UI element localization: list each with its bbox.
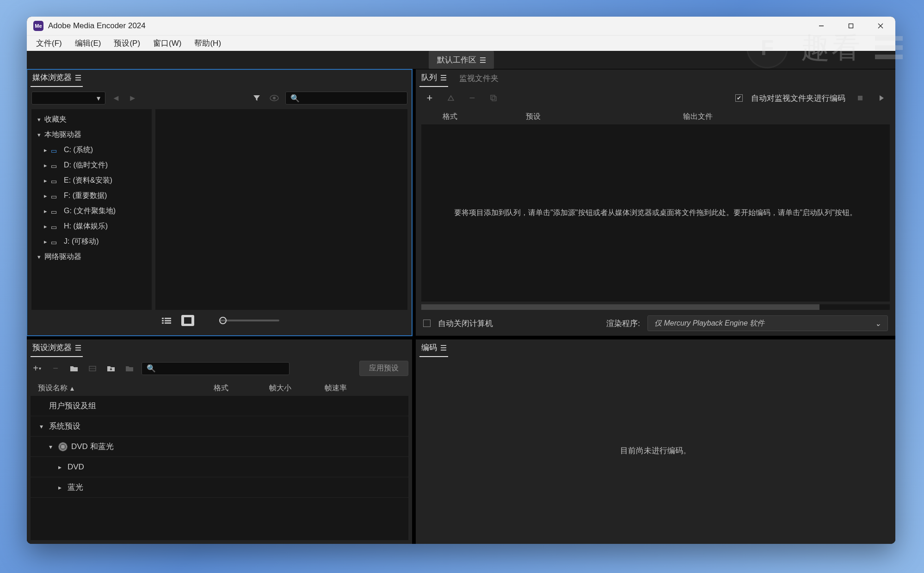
menu-edit[interactable]: 编辑(E) xyxy=(68,36,108,51)
queue-footer: 自动关闭计算机 渲染程序: 仅 Mercury Playback Engine … xyxy=(419,315,892,336)
mb-footer xyxy=(31,310,407,331)
app-window: Me Adobe Media Encoder 2024 文件(F) 编辑(E) … xyxy=(27,17,895,544)
filter-icon[interactable] xyxy=(250,92,263,105)
thumbnail-size-slider[interactable] xyxy=(219,320,279,321)
col-format[interactable]: 格式 xyxy=(214,383,269,393)
thumbnail-view-icon[interactable] xyxy=(181,315,194,326)
delete-preset-button[interactable]: − xyxy=(49,362,62,375)
splitter-horizontal-right[interactable] xyxy=(416,336,895,339)
tab-encoding[interactable]: 编码 xyxy=(419,339,448,357)
tree-local-drives[interactable]: ▾本地驱动器 xyxy=(31,127,152,142)
tree-drive-j[interactable]: ▸▭J: (可移动) xyxy=(31,234,152,249)
tree-drive-f[interactable]: ▸▭F: (重要数据) xyxy=(31,188,152,203)
queue-scrollbar[interactable] xyxy=(421,304,890,310)
col-frame-rate[interactable]: 帧速率 xyxy=(325,383,380,393)
mb-tree[interactable]: ▾收藏夹 ▾本地驱动器 ▸▭C: (系统) ▸▭D: (临时文件) ▸▭E: (… xyxy=(31,109,152,310)
hamburger-icon[interactable] xyxy=(75,345,81,351)
nav-back-icon[interactable]: ◄ xyxy=(110,93,122,103)
pb-user-presets[interactable]: 用户预设及组 xyxy=(31,396,408,416)
titlebar[interactable]: Me Adobe Media Encoder 2024 xyxy=(27,17,895,35)
preset-settings-button[interactable] xyxy=(86,362,99,375)
svg-rect-9 xyxy=(165,320,171,321)
pb-dvd-bluray[interactable]: ▾DVD 和蓝光 xyxy=(31,437,408,457)
queue-drop-area[interactable]: 要将项目添加到队列，请单击"添加源"按钮或者从媒体浏览器或桌面将文件拖到此处。要… xyxy=(421,124,890,302)
mb-search-input[interactable]: 🔍 xyxy=(285,92,407,105)
pb-dvd[interactable]: ▸DVD xyxy=(31,457,408,477)
disc-icon xyxy=(58,442,68,451)
splitter-horizontal-left[interactable] xyxy=(27,336,412,339)
hamburger-icon[interactable] xyxy=(441,345,446,351)
menubar: 文件(F) 编辑(E) 预设(P) 窗口(W) 帮助(H) xyxy=(27,35,895,51)
panel-encoding: 编码 目前尚未进行编码。 xyxy=(416,339,895,544)
tree-network-drives[interactable]: ▾网络驱动器 xyxy=(31,249,152,265)
queue-toolbar: + − 自动对监视文件夹进行编码 xyxy=(419,89,892,109)
new-preset-button[interactable]: +▾ xyxy=(31,362,43,375)
drive-icon: ▭ xyxy=(51,178,61,184)
search-icon: 🔍 xyxy=(147,364,156,373)
nav-forward-icon[interactable]: ► xyxy=(127,93,139,103)
mb-toolbar: ▾ ◄ ► 🔍 xyxy=(31,92,407,105)
renderer-select[interactable]: 仅 Mercury Playback Engine 软件 ⌄ xyxy=(647,315,888,331)
auto-encode-label: 自动对监视文件夹进行编码 xyxy=(751,93,845,104)
minimize-button[interactable] xyxy=(807,17,836,35)
stop-queue-button[interactable] xyxy=(854,92,867,105)
drive-icon: ▭ xyxy=(51,193,61,199)
tab-watch-folders[interactable]: 监视文件夹 xyxy=(457,70,500,87)
hamburger-icon[interactable] xyxy=(441,75,446,80)
tab-queue[interactable]: 队列 xyxy=(419,69,448,87)
import-preset-button[interactable] xyxy=(105,362,117,375)
pb-tree[interactable]: 用户预设及组 ▾系统预设 ▾DVD 和蓝光 ▸DVD ▸蓝光 xyxy=(31,396,408,540)
col-preset: 预设 xyxy=(526,112,683,122)
drive-icon: ▭ xyxy=(51,239,61,245)
svg-rect-15 xyxy=(858,96,862,100)
close-button[interactable] xyxy=(866,17,895,35)
menu-window[interactable]: 窗口(W) xyxy=(147,36,188,51)
export-preset-button[interactable] xyxy=(123,362,136,375)
workspace-label: 默认工作区 xyxy=(437,55,476,65)
mb-preview xyxy=(155,109,407,310)
hamburger-icon xyxy=(480,57,486,63)
tree-drive-d[interactable]: ▸▭D: (临时文件) xyxy=(31,158,152,173)
col-frame-size[interactable]: 帧大小 xyxy=(269,383,325,393)
search-icon: 🔍 xyxy=(290,94,300,103)
mb-path-select[interactable]: ▾ xyxy=(31,92,105,105)
workspace-tab-default[interactable]: 默认工作区 xyxy=(429,51,494,69)
app-icon: Me xyxy=(33,21,43,31)
add-output-button[interactable] xyxy=(444,92,457,105)
start-queue-button[interactable] xyxy=(875,92,888,105)
auto-shutdown-checkbox[interactable] xyxy=(423,320,431,327)
pb-toolbar: +▾ − 🔍 应用预设 xyxy=(31,361,408,376)
col-output: 输出文件 xyxy=(683,112,869,122)
maximize-button[interactable] xyxy=(836,17,866,35)
col-preset-name[interactable]: 预设名称 ▴ xyxy=(38,383,214,393)
tree-drive-e[interactable]: ▸▭E: (资料&安装) xyxy=(31,173,152,188)
tab-preset-browser[interactable]: 预设浏览器 xyxy=(31,339,83,357)
menu-file[interactable]: 文件(F) xyxy=(30,36,68,51)
add-source-button[interactable]: + xyxy=(423,92,436,105)
pb-search-input[interactable]: 🔍 xyxy=(142,362,290,375)
auto-encode-checkbox[interactable] xyxy=(735,94,743,102)
pb-system-presets[interactable]: ▾系统预设 xyxy=(31,416,408,437)
hamburger-icon[interactable] xyxy=(75,75,81,80)
splitter-vertical[interactable] xyxy=(412,69,416,544)
tree-drive-g[interactable]: ▸▭G: (文件聚集地) xyxy=(31,203,152,219)
svg-rect-10 xyxy=(162,322,164,324)
pb-bluray[interactable]: ▸蓝光 xyxy=(31,477,408,498)
drive-icon: ▭ xyxy=(51,208,61,215)
workspace-bar: 默认工作区 xyxy=(27,51,895,69)
remove-button[interactable]: − xyxy=(466,92,479,105)
tree-favorites[interactable]: ▾收藏夹 xyxy=(31,112,152,127)
tab-media-browser[interactable]: 媒体浏览器 xyxy=(31,69,83,87)
renderer-label: 渲染程序: xyxy=(606,318,640,329)
ingest-icon[interactable] xyxy=(268,92,281,105)
duplicate-button[interactable] xyxy=(487,92,500,105)
new-group-button[interactable] xyxy=(68,362,80,375)
list-view-icon[interactable] xyxy=(160,315,173,326)
tree-drive-c[interactable]: ▸▭C: (系统) xyxy=(31,142,152,158)
col-format: 格式 xyxy=(443,112,526,122)
svg-rect-11 xyxy=(165,322,171,324)
tree-drive-h[interactable]: ▸▭H: (媒体娱乐) xyxy=(31,219,152,234)
menu-preset[interactable]: 预设(P) xyxy=(107,36,147,51)
apply-preset-button[interactable]: 应用预设 xyxy=(359,361,408,376)
menu-help[interactable]: 帮助(H) xyxy=(188,36,228,51)
